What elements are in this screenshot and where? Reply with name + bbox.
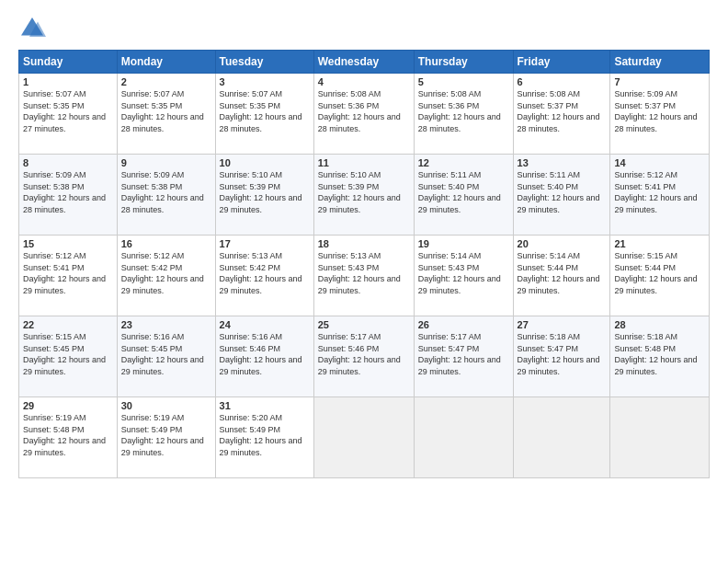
day-info: Sunrise: 5:14 AMSunset: 5:44 PMDaylight:… (518, 251, 600, 295)
week-row-3: 22Sunrise: 5:15 AMSunset: 5:45 PMDayligh… (19, 316, 710, 397)
page: SundayMondayTuesdayWednesdayThursdayFrid… (0, 0, 728, 563)
empty-cell (313, 397, 414, 478)
day-number: 28 (614, 319, 705, 330)
day-number: 20 (518, 238, 607, 249)
day-number: 23 (121, 319, 211, 330)
day-cell-26: 26Sunrise: 5:17 AMSunset: 5:47 PMDayligh… (414, 316, 513, 397)
day-info: Sunrise: 5:12 AMSunset: 5:41 PMDaylight:… (614, 170, 697, 214)
day-cell-13: 13Sunrise: 5:11 AMSunset: 5:40 PMDayligh… (513, 155, 610, 236)
day-cell-20: 20Sunrise: 5:14 AMSunset: 5:44 PMDayligh… (513, 236, 610, 316)
header-row: SundayMondayTuesdayWednesdayThursdayFrid… (19, 51, 710, 74)
calendar-table: SundayMondayTuesdayWednesdayThursdayFrid… (18, 50, 710, 478)
day-number: 30 (121, 400, 211, 411)
day-cell-9: 9Sunrise: 5:09 AMSunset: 5:38 PMDaylight… (117, 155, 215, 236)
day-number: 17 (220, 238, 310, 249)
day-cell-21: 21Sunrise: 5:15 AMSunset: 5:44 PMDayligh… (610, 236, 710, 316)
day-number: 2 (121, 76, 211, 87)
day-info: Sunrise: 5:07 AMSunset: 5:35 PMDaylight:… (23, 89, 106, 133)
day-info: Sunrise: 5:17 AMSunset: 5:47 PMDaylight:… (418, 332, 501, 376)
day-info: Sunrise: 5:14 AMSunset: 5:43 PMDaylight:… (418, 251, 501, 295)
day-number: 15 (23, 238, 113, 249)
day-info: Sunrise: 5:08 AMSunset: 5:36 PMDaylight:… (418, 89, 501, 133)
col-header-tuesday: Tuesday (215, 51, 313, 74)
day-info: Sunrise: 5:08 AMSunset: 5:37 PMDaylight:… (518, 89, 600, 133)
day-number: 11 (318, 157, 410, 168)
day-info: Sunrise: 5:16 AMSunset: 5:46 PMDaylight:… (220, 332, 302, 376)
logo (18, 15, 50, 42)
day-info: Sunrise: 5:15 AMSunset: 5:45 PMDaylight:… (23, 332, 106, 376)
empty-cell (610, 397, 710, 478)
logo-icon (18, 15, 46, 42)
day-info: Sunrise: 5:18 AMSunset: 5:48 PMDaylight:… (614, 332, 697, 376)
day-number: 21 (614, 238, 705, 249)
day-cell-15: 15Sunrise: 5:12 AMSunset: 5:41 PMDayligh… (19, 236, 118, 316)
day-number: 26 (418, 319, 509, 330)
day-info: Sunrise: 5:08 AMSunset: 5:36 PMDaylight:… (318, 89, 401, 133)
day-cell-11: 11Sunrise: 5:10 AMSunset: 5:39 PMDayligh… (313, 155, 414, 236)
col-header-thursday: Thursday (414, 51, 513, 74)
day-cell-16: 16Sunrise: 5:12 AMSunset: 5:42 PMDayligh… (117, 236, 215, 316)
day-number: 1 (23, 76, 113, 87)
day-number: 7 (614, 76, 705, 87)
day-cell-29: 29Sunrise: 5:19 AMSunset: 5:48 PMDayligh… (19, 397, 118, 478)
week-row-4: 29Sunrise: 5:19 AMSunset: 5:48 PMDayligh… (19, 397, 710, 478)
day-cell-22: 22Sunrise: 5:15 AMSunset: 5:45 PMDayligh… (19, 316, 118, 397)
day-info: Sunrise: 5:09 AMSunset: 5:37 PMDaylight:… (614, 89, 697, 133)
day-cell-7: 7Sunrise: 5:09 AMSunset: 5:37 PMDaylight… (610, 74, 710, 155)
day-cell-8: 8Sunrise: 5:09 AMSunset: 5:38 PMDaylight… (19, 155, 118, 236)
day-number: 18 (318, 238, 410, 249)
col-header-friday: Friday (513, 51, 610, 74)
day-cell-31: 31Sunrise: 5:20 AMSunset: 5:49 PMDayligh… (215, 397, 313, 478)
day-info: Sunrise: 5:12 AMSunset: 5:41 PMDaylight:… (23, 251, 106, 295)
day-info: Sunrise: 5:18 AMSunset: 5:47 PMDaylight:… (518, 332, 600, 376)
day-number: 8 (23, 157, 113, 168)
col-header-wednesday: Wednesday (313, 51, 414, 74)
day-number: 10 (220, 157, 310, 168)
day-info: Sunrise: 5:12 AMSunset: 5:42 PMDaylight:… (121, 251, 204, 295)
day-info: Sunrise: 5:07 AMSunset: 5:35 PMDaylight:… (220, 89, 302, 133)
day-cell-12: 12Sunrise: 5:11 AMSunset: 5:40 PMDayligh… (414, 155, 513, 236)
day-cell-25: 25Sunrise: 5:17 AMSunset: 5:46 PMDayligh… (313, 316, 414, 397)
day-number: 3 (220, 76, 310, 87)
day-info: Sunrise: 5:15 AMSunset: 5:44 PMDaylight:… (614, 251, 697, 295)
day-cell-3: 3Sunrise: 5:07 AMSunset: 5:35 PMDaylight… (215, 74, 313, 155)
day-number: 14 (614, 157, 705, 168)
day-info: Sunrise: 5:11 AMSunset: 5:40 PMDaylight:… (418, 170, 501, 214)
day-info: Sunrise: 5:10 AMSunset: 5:39 PMDaylight:… (318, 170, 401, 214)
col-header-sunday: Sunday (19, 51, 118, 74)
day-number: 24 (220, 319, 310, 330)
day-info: Sunrise: 5:17 AMSunset: 5:46 PMDaylight:… (318, 332, 401, 376)
day-number: 31 (220, 400, 310, 411)
col-header-monday: Monday (117, 51, 215, 74)
day-cell-24: 24Sunrise: 5:16 AMSunset: 5:46 PMDayligh… (215, 316, 313, 397)
day-number: 22 (23, 319, 113, 330)
day-cell-28: 28Sunrise: 5:18 AMSunset: 5:48 PMDayligh… (610, 316, 710, 397)
day-cell-6: 6Sunrise: 5:08 AMSunset: 5:37 PMDaylight… (513, 74, 610, 155)
col-header-saturday: Saturday (610, 51, 710, 74)
day-info: Sunrise: 5:19 AMSunset: 5:49 PMDaylight:… (121, 413, 204, 457)
week-row-1: 8Sunrise: 5:09 AMSunset: 5:38 PMDaylight… (19, 155, 710, 236)
day-number: 25 (318, 319, 410, 330)
day-number: 5 (418, 76, 509, 87)
day-cell-2: 2Sunrise: 5:07 AMSunset: 5:35 PMDaylight… (117, 74, 215, 155)
day-number: 6 (518, 76, 607, 87)
day-number: 29 (23, 400, 113, 411)
day-cell-17: 17Sunrise: 5:13 AMSunset: 5:42 PMDayligh… (215, 236, 313, 316)
day-cell-1: 1Sunrise: 5:07 AMSunset: 5:35 PMDaylight… (19, 74, 118, 155)
day-info: Sunrise: 5:16 AMSunset: 5:45 PMDaylight:… (121, 332, 204, 376)
week-row-0: 1Sunrise: 5:07 AMSunset: 5:35 PMDaylight… (19, 74, 710, 155)
day-number: 9 (121, 157, 211, 168)
day-number: 19 (418, 238, 509, 249)
day-info: Sunrise: 5:10 AMSunset: 5:39 PMDaylight:… (220, 170, 302, 214)
day-cell-30: 30Sunrise: 5:19 AMSunset: 5:49 PMDayligh… (117, 397, 215, 478)
day-cell-5: 5Sunrise: 5:08 AMSunset: 5:36 PMDaylight… (414, 74, 513, 155)
day-info: Sunrise: 5:11 AMSunset: 5:40 PMDaylight:… (518, 170, 600, 214)
day-number: 12 (418, 157, 509, 168)
day-info: Sunrise: 5:09 AMSunset: 5:38 PMDaylight:… (121, 170, 204, 214)
day-info: Sunrise: 5:13 AMSunset: 5:43 PMDaylight:… (318, 251, 401, 295)
day-cell-19: 19Sunrise: 5:14 AMSunset: 5:43 PMDayligh… (414, 236, 513, 316)
day-cell-23: 23Sunrise: 5:16 AMSunset: 5:45 PMDayligh… (117, 316, 215, 397)
day-cell-4: 4Sunrise: 5:08 AMSunset: 5:36 PMDaylight… (313, 74, 414, 155)
day-cell-10: 10Sunrise: 5:10 AMSunset: 5:39 PMDayligh… (215, 155, 313, 236)
day-info: Sunrise: 5:07 AMSunset: 5:35 PMDaylight:… (121, 89, 204, 133)
